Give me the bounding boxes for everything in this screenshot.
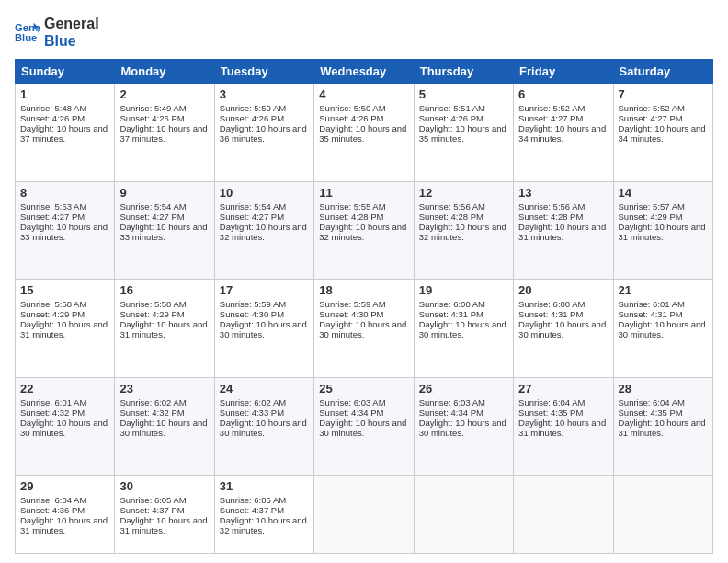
sunset-label: Sunset: 4:32 PM (20, 408, 85, 418)
day-number: 21 (619, 283, 708, 297)
day-number: 13 (518, 186, 608, 200)
day-header: Monday (115, 60, 214, 84)
day-header: Friday (514, 60, 613, 84)
calendar-cell (314, 476, 414, 554)
sunrise-label: Sunrise: 5:55 AM (319, 201, 385, 212)
daylight-label: Daylight: 10 hours and 30 minutes. (619, 319, 706, 339)
day-number: 8 (20, 186, 109, 200)
calendar-cell: 21Sunrise: 6:01 AMSunset: 4:31 PMDayligh… (613, 280, 712, 377)
day-number: 11 (319, 186, 408, 200)
day-number: 1 (20, 87, 109, 101)
sunrise-label: Sunrise: 5:54 AM (119, 201, 186, 212)
sunset-label: Sunset: 4:37 PM (220, 505, 284, 515)
day-number: 14 (619, 186, 708, 200)
sunrise-label: Sunrise: 6:00 AM (518, 299, 585, 309)
calendar-cell (613, 476, 712, 554)
sunset-label: Sunset: 4:31 PM (419, 309, 483, 319)
calendar-cell: 28Sunrise: 6:04 AMSunset: 4:35 PMDayligh… (613, 377, 712, 475)
sunrise-label: Sunrise: 5:51 AM (419, 103, 485, 113)
sunset-label: Sunset: 4:26 PM (319, 113, 383, 123)
sunset-label: Sunset: 4:27 PM (220, 212, 284, 222)
daylight-label: Daylight: 10 hours and 30 minutes. (220, 418, 307, 438)
sunrise-label: Sunrise: 6:04 AM (619, 397, 685, 408)
page: General Blue General Blue SundayMondayTu… (0, 0, 728, 563)
daylight-label: Daylight: 10 hours and 35 minutes. (419, 123, 506, 144)
day-number: 30 (119, 479, 209, 493)
calendar-cell: 1Sunrise: 5:48 AMSunset: 4:26 PMDaylight… (16, 84, 115, 181)
sunrise-label: Sunrise: 5:58 AM (20, 299, 86, 309)
calendar-cell: 20Sunrise: 6:00 AMSunset: 4:31 PMDayligh… (514, 280, 613, 377)
sunset-label: Sunset: 4:36 PM (20, 505, 85, 515)
sunset-label: Sunset: 4:29 PM (119, 309, 184, 319)
daylight-label: Daylight: 10 hours and 30 minutes. (419, 319, 506, 339)
daylight-label: Daylight: 10 hours and 30 minutes. (319, 418, 406, 438)
day-number: 23 (119, 382, 209, 396)
day-number: 15 (20, 283, 109, 297)
calendar-cell: 15Sunrise: 5:58 AMSunset: 4:29 PMDayligh… (16, 280, 115, 377)
daylight-label: Daylight: 10 hours and 31 minutes. (119, 515, 207, 535)
daylight-label: Daylight: 10 hours and 36 minutes. (220, 123, 307, 144)
sunset-label: Sunset: 4:34 PM (419, 408, 483, 418)
calendar-cell: 24Sunrise: 6:02 AMSunset: 4:33 PMDayligh… (214, 377, 313, 475)
sunset-label: Sunset: 4:28 PM (419, 212, 483, 222)
sunset-label: Sunset: 4:27 PM (20, 212, 85, 222)
calendar-cell: 30Sunrise: 6:05 AMSunset: 4:37 PMDayligh… (115, 476, 214, 554)
sunset-label: Sunset: 4:26 PM (119, 113, 184, 123)
day-number: 25 (319, 382, 408, 396)
sunrise-label: Sunrise: 5:52 AM (518, 103, 585, 113)
daylight-label: Daylight: 10 hours and 34 minutes. (619, 123, 706, 144)
sunrise-label: Sunrise: 5:50 AM (319, 103, 385, 113)
sunrise-label: Sunrise: 5:54 AM (220, 201, 286, 212)
sunrise-label: Sunrise: 6:03 AM (419, 397, 485, 408)
daylight-label: Daylight: 10 hours and 34 minutes. (518, 123, 606, 144)
sunset-label: Sunset: 4:26 PM (220, 113, 284, 123)
calendar-cell: 18Sunrise: 5:59 AMSunset: 4:30 PMDayligh… (314, 280, 414, 377)
daylight-label: Daylight: 10 hours and 30 minutes. (220, 319, 307, 339)
daylight-label: Daylight: 10 hours and 31 minutes. (518, 222, 606, 242)
day-number: 10 (220, 186, 309, 200)
sunset-label: Sunset: 4:31 PM (518, 309, 583, 319)
sunrise-label: Sunrise: 5:53 AM (20, 201, 86, 212)
day-number: 9 (119, 186, 209, 200)
day-number: 17 (220, 283, 309, 297)
logo: General Blue General Blue (15, 15, 99, 50)
calendar-cell: 31Sunrise: 6:05 AMSunset: 4:37 PMDayligh… (214, 476, 313, 554)
logo-text-general: General (44, 15, 99, 32)
sunrise-label: Sunrise: 6:02 AM (220, 397, 286, 408)
calendar-cell: 27Sunrise: 6:04 AMSunset: 4:35 PMDayligh… (514, 377, 613, 475)
calendar-cell: 7Sunrise: 5:52 AMSunset: 4:27 PMDaylight… (613, 84, 712, 181)
sunset-label: Sunset: 4:33 PM (220, 408, 284, 418)
day-number: 18 (319, 283, 408, 297)
calendar-cell: 23Sunrise: 6:02 AMSunset: 4:32 PMDayligh… (115, 377, 214, 475)
calendar-cell: 16Sunrise: 5:58 AMSunset: 4:29 PMDayligh… (115, 280, 214, 377)
daylight-label: Daylight: 10 hours and 31 minutes. (119, 319, 207, 339)
sunrise-label: Sunrise: 5:56 AM (518, 201, 585, 212)
day-number: 28 (619, 382, 708, 396)
day-number: 31 (220, 479, 309, 493)
calendar-cell: 12Sunrise: 5:56 AMSunset: 4:28 PMDayligh… (414, 181, 513, 279)
daylight-label: Daylight: 10 hours and 33 minutes. (119, 222, 207, 242)
day-header: Thursday (414, 60, 513, 84)
sunset-label: Sunset: 4:30 PM (220, 309, 284, 319)
daylight-label: Daylight: 10 hours and 37 minutes. (119, 123, 207, 144)
svg-text:Blue: Blue (15, 32, 37, 43)
sunrise-label: Sunrise: 6:05 AM (119, 495, 186, 505)
daylight-label: Daylight: 10 hours and 30 minutes. (119, 418, 207, 438)
day-number: 6 (518, 87, 608, 101)
calendar-cell: 9Sunrise: 5:54 AMSunset: 4:27 PMDaylight… (115, 181, 214, 279)
sunset-label: Sunset: 4:27 PM (518, 113, 583, 123)
sunrise-label: Sunrise: 5:56 AM (419, 201, 485, 212)
calendar-cell: 26Sunrise: 6:03 AMSunset: 4:34 PMDayligh… (414, 377, 513, 475)
sunset-label: Sunset: 4:26 PM (20, 113, 85, 123)
sunset-label: Sunset: 4:30 PM (319, 309, 383, 319)
sunrise-label: Sunrise: 6:00 AM (419, 299, 485, 309)
calendar-cell: 2Sunrise: 5:49 AMSunset: 4:26 PMDaylight… (115, 84, 214, 181)
sunset-label: Sunset: 4:27 PM (619, 113, 683, 123)
sunset-label: Sunset: 4:28 PM (518, 212, 583, 222)
day-number: 26 (419, 382, 508, 396)
sunrise-label: Sunrise: 6:01 AM (619, 299, 685, 309)
day-header: Wednesday (314, 60, 414, 84)
calendar-cell (414, 476, 513, 554)
calendar-cell: 22Sunrise: 6:01 AMSunset: 4:32 PMDayligh… (16, 377, 115, 475)
sunset-label: Sunset: 4:28 PM (319, 212, 383, 222)
